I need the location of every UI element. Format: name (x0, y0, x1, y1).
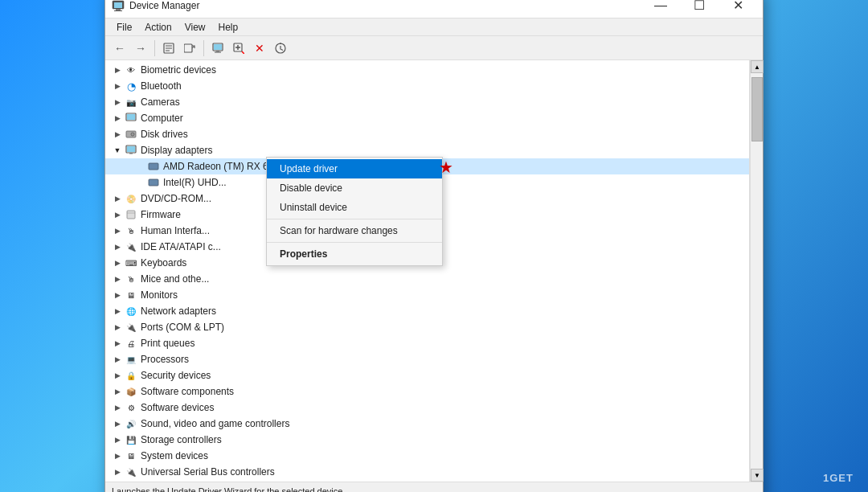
ctx-uninstall-device[interactable]: Uninstall device (267, 198, 442, 217)
tree-item-swcomp[interactable]: ▶ Software components (105, 383, 749, 400)
icon-intel (147, 176, 160, 189)
scroll-track[interactable] (751, 73, 763, 469)
icon-sysdev (125, 449, 137, 462)
window-controls: — ☐ ✕ (642, 0, 756, 18)
chevron-hid: ▶ (112, 225, 123, 236)
forward-button[interactable]: → (131, 39, 150, 58)
tree-item-computer[interactable]: ▶ Computer (105, 110, 749, 126)
ctx-separator-2 (267, 242, 442, 243)
chevron-security: ▶ (112, 370, 123, 381)
icon-processors (125, 353, 137, 366)
svg-rect-26 (149, 179, 158, 186)
label-sysdev: System devices (141, 450, 208, 461)
ctx-scan-hardware-label: Scan for hardware changes (280, 225, 398, 236)
tree-item-storage[interactable]: ▶ Storage controllers (105, 432, 749, 448)
back-button[interactable]: ← (110, 39, 129, 58)
svg-rect-3 (114, 10, 122, 11)
watermark: 1GET (823, 472, 854, 484)
toolbar-separator-2 (203, 40, 204, 56)
label-bluetooth: Bluetooth (141, 80, 182, 92)
device-tree[interactable]: ▶ Biometric devices ▶ ◔ Bluetooth ▶ Came… (105, 60, 750, 482)
ctx-update-driver[interactable]: Update driver ★ (267, 159, 442, 178)
label-computer: Computer (141, 113, 183, 124)
update-driver-button[interactable] (271, 39, 290, 58)
label-monitors: Monitors (141, 289, 178, 301)
svg-rect-25 (149, 163, 158, 170)
tree-item-network[interactable]: ▶ Network adapters (105, 303, 749, 319)
tree-item-sound[interactable]: ▶ Sound, video and game controllers (105, 416, 749, 432)
tree-item-biometric[interactable]: ▶ Biometric devices (105, 62, 749, 78)
status-text: Launches the Update Driver Wizard for th… (112, 486, 345, 493)
scroll-down-arrow[interactable]: ▼ (751, 469, 764, 482)
ctx-scan-hardware[interactable]: Scan for hardware changes (267, 221, 442, 240)
icon-storage (125, 433, 137, 446)
label-swdev: Software devices (141, 402, 214, 413)
icon-keyboards (125, 256, 137, 269)
scan-button[interactable] (180, 39, 199, 58)
toolbar-separator-1 (154, 40, 155, 56)
ctx-disable-device[interactable]: Disable device (267, 178, 442, 198)
tree-item-print[interactable]: ▶ Print queues (105, 335, 749, 351)
label-processors: Processors (141, 354, 189, 365)
chevron-cameras: ▶ (112, 96, 123, 108)
icon-computer (125, 112, 137, 125)
tree-item-security[interactable]: ▶ Security devices (105, 367, 749, 383)
minimize-button[interactable]: — (642, 0, 679, 18)
tree-item-usb[interactable]: ▶ Universal Serial Bus controllers (105, 464, 749, 480)
ctx-disable-device-label: Disable device (280, 182, 342, 194)
tree-item-processors[interactable]: ▶ Processors (105, 351, 749, 367)
label-disk: Disk drives (141, 129, 188, 140)
tree-item-bluetooth[interactable]: ▶ ◔ Bluetooth (105, 78, 749, 94)
icon-security (125, 369, 137, 382)
close-button[interactable]: ✕ (719, 0, 756, 18)
tree-item-sysdev[interactable]: ▶ System devices (105, 448, 749, 464)
svg-point-21 (133, 134, 133, 135)
scrollbar[interactable]: ▲ ▼ (750, 60, 763, 482)
icon-disk (125, 128, 137, 141)
icon-dvd (125, 192, 137, 205)
add-button[interactable] (229, 39, 248, 58)
menu-file[interactable]: File (110, 20, 138, 35)
menu-help[interactable]: Help (212, 20, 245, 35)
svg-rect-12 (215, 51, 221, 52)
label-sound: Sound, video and game controllers (141, 418, 289, 429)
icon-monitors (125, 289, 137, 301)
label-ports: Ports (COM & LPT) (141, 322, 224, 333)
icon-hid (125, 224, 137, 237)
label-hid: Human Interfa... (141, 225, 210, 236)
icon-usb (125, 465, 137, 478)
chevron-mice: ▶ (112, 273, 123, 285)
label-cameras: Cameras (141, 96, 180, 108)
tree-item-ports[interactable]: ▶ Ports (COM & LPT) (105, 319, 749, 335)
icon-print (125, 337, 137, 350)
chevron-usb: ▶ (112, 466, 123, 478)
label-print: Print queues (141, 338, 194, 349)
maximize-button[interactable]: ☐ (681, 0, 718, 18)
label-security: Security devices (141, 370, 211, 381)
tree-item-swdev[interactable]: ▶ Software devices (105, 400, 749, 416)
scroll-thumb[interactable] (751, 77, 763, 141)
label-storage: Storage controllers (141, 434, 222, 445)
menu-view[interactable]: View (178, 20, 212, 35)
chevron-monitors: ▶ (112, 289, 123, 301)
icon-amd (147, 160, 160, 173)
menu-action[interactable]: Action (138, 20, 178, 35)
monitor-button[interactable] (208, 39, 227, 58)
scroll-up-arrow[interactable]: ▲ (751, 60, 764, 73)
properties-button[interactable] (159, 39, 178, 58)
main-content: ▶ Biometric devices ▶ ◔ Bluetooth ▶ Came… (105, 60, 763, 482)
ctx-uninstall-device-label: Uninstall device (280, 202, 347, 213)
label-swcomp: Software components (141, 386, 234, 397)
svg-rect-10 (214, 44, 222, 50)
tree-item-cameras[interactable]: ▶ Cameras (105, 94, 749, 110)
tree-item-display[interactable]: ▼ Display adapters (105, 142, 749, 158)
tree-item-monitors[interactable]: ▶ Monitors (105, 287, 749, 303)
tree-item-disk[interactable]: ▶ Disk drives (105, 126, 749, 142)
chevron-swcomp: ▶ (112, 386, 123, 397)
ctx-properties[interactable]: Properties (267, 244, 442, 264)
chevron-biometric: ▶ (112, 64, 123, 76)
device-manager-window: Device Manager — ☐ ✕ File Action View He… (104, 0, 764, 492)
tree-item-mice[interactable]: ▶ Mice and othe... (105, 271, 749, 287)
delete-button[interactable]: ✕ (250, 39, 269, 58)
label-network: Network adapters (141, 305, 216, 317)
